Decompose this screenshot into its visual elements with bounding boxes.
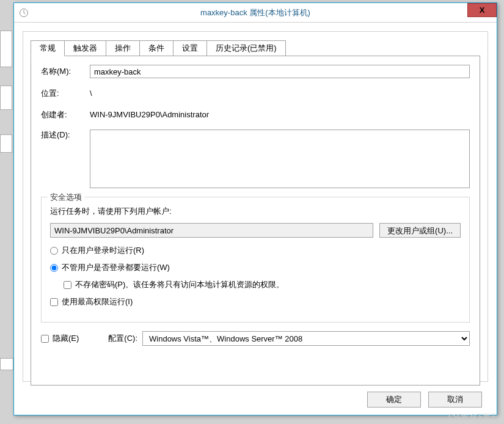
radio-run-any-time[interactable]: 不管用户是否登录都要运行(W)	[50, 262, 461, 273]
tab-actions[interactable]: 操作	[106, 40, 140, 56]
close-icon: X	[480, 5, 485, 15]
tab-general[interactable]: 常规	[31, 40, 65, 56]
tab-settings[interactable]: 设置	[173, 40, 207, 56]
nosave-pwd-input[interactable]	[64, 281, 71, 289]
creator-label: 创建者:	[41, 109, 90, 120]
tab-triggers[interactable]: 触发器	[64, 40, 106, 56]
location-value: \	[90, 87, 470, 100]
configure-select[interactable]: Windows Vista™、Windows Server™ 2008	[142, 331, 470, 346]
name-input[interactable]	[90, 65, 470, 78]
security-options-group: 安全选项 运行任务时，请使用下列用户帐户: 更改用户或组(U)... 只在用户登…	[41, 197, 470, 323]
tab-history[interactable]: 历史记录(已禁用)	[206, 40, 286, 56]
highest-priv-input[interactable]	[50, 298, 58, 306]
tab-body-general: 名称(M): 位置: \ 创建者: WIN-9JMVIBU29P0\Admini…	[31, 56, 480, 386]
tab-strip: 常规 触发器 操作 条件 设置 历史记录(已禁用)	[23, 32, 488, 56]
radio-any-time-input[interactable]	[50, 264, 58, 272]
hidden-input[interactable]	[41, 335, 49, 343]
cancel-button[interactable]: 取消	[428, 392, 482, 408]
description-input[interactable]	[90, 130, 470, 188]
clock-icon	[19, 8, 29, 18]
runas-label: 运行任务时，请使用下列用户帐户:	[50, 206, 461, 217]
description-label: 描述(D):	[41, 130, 90, 141]
checkbox-no-store-password[interactable]: 不存储密码(P)。该任务将只有访问本地计算机资源的权限。	[64, 279, 461, 290]
window-title: maxkey-back 属性(本地计算机)	[200, 7, 310, 18]
name-label: 名称(M):	[41, 66, 90, 77]
ok-button[interactable]: 确定	[367, 392, 421, 408]
location-label: 位置:	[41, 88, 90, 99]
configure-label: 配置(C):	[108, 333, 137, 344]
titlebar: maxkey-back 属性(本地计算机) X	[14, 3, 497, 23]
close-button[interactable]: X	[467, 3, 497, 17]
radio-run-logged-on[interactable]: 只在用户登录时运行(R)	[50, 245, 461, 256]
radio-logged-on-input[interactable]	[50, 247, 58, 255]
security-legend: 安全选项	[48, 192, 84, 203]
dialog-footer: 确定 取消	[367, 392, 482, 408]
dialog-content: 常规 触发器 操作 条件 设置 历史记录(已禁用) 名称(M): 位置: \ 创…	[23, 31, 488, 382]
properties-dialog: maxkey-back 属性(本地计算机) X 常规 触发器 操作 条件 设置 …	[13, 2, 497, 415]
tab-conditions[interactable]: 条件	[139, 40, 173, 56]
account-display	[50, 223, 373, 238]
creator-value: WIN-9JMVIBU29P0\Administrator	[90, 108, 470, 121]
checkbox-highest-privileges[interactable]: 使用最高权限运行(I)	[50, 296, 461, 307]
change-user-button[interactable]: 更改用户或组(U)...	[379, 223, 461, 238]
checkbox-hidden[interactable]: 隐藏(E)	[41, 333, 79, 344]
